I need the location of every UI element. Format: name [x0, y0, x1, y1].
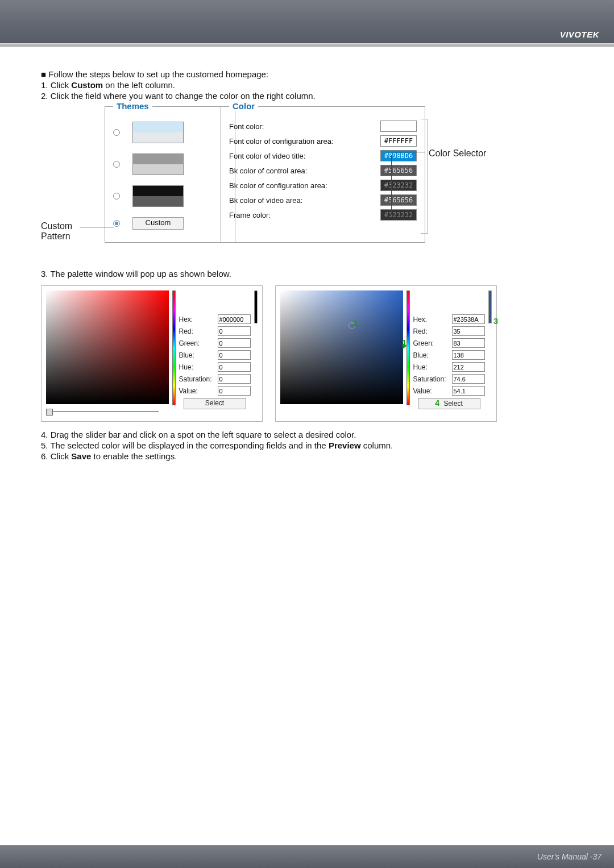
color-row-label: Bk color of control area:: [229, 167, 307, 175]
color-swatch-input[interactable]: [380, 121, 417, 132]
palette-b-blue[interactable]: [452, 350, 485, 360]
color-swatch-input[interactable]: #323232: [380, 209, 417, 221]
theme-radio-custom[interactable]: [113, 220, 120, 227]
config-figure: Custom Pattern Themes: [41, 106, 573, 254]
palette-a-select[interactable]: Select: [184, 398, 246, 409]
footer: User's Manual - 37: [0, 845, 614, 868]
palette-b-red[interactable]: [452, 326, 485, 336]
color-row-label: Font color of video title:: [229, 152, 305, 160]
theme-radio-2[interactable]: [113, 161, 120, 168]
palette-b-hue-field[interactable]: [452, 362, 485, 372]
theme-radio-1[interactable]: [113, 129, 120, 136]
color-swatch-input[interactable]: #565656: [380, 194, 417, 206]
step-4: 4. Drag the slider bar and click on a sp…: [41, 430, 573, 439]
color-row-label: Bk color of configuration area:: [229, 181, 327, 190]
step-5: 5. The selected color will be displayed …: [41, 441, 573, 450]
palette-b-hex[interactable]: [452, 314, 485, 324]
palette-a-blue[interactable]: [218, 350, 251, 360]
color-row-0: Font color:: [229, 121, 417, 132]
color-group: Color Font color:Font color of configura…: [221, 106, 425, 243]
step-3: 3. The palette window will pop up as sho…: [41, 269, 573, 279]
palette-a-sv[interactable]: [46, 290, 169, 404]
color-row-3: Bk color of control area:#565656: [229, 165, 417, 176]
color-row-2: Font color of video title:#098BD6: [229, 150, 417, 161]
ann-1: 1: [402, 338, 406, 347]
palette-a-hex[interactable]: [218, 314, 251, 324]
color-swatch-input[interactable]: #FFFFFF: [380, 135, 417, 147]
color-swatch-input[interactable]: #565656: [380, 165, 417, 176]
ann-2: 2: [353, 319, 358, 328]
palette-b-green[interactable]: [452, 338, 485, 348]
theme-swatch-2[interactable]: [132, 153, 184, 175]
palette-a-val[interactable]: [218, 386, 251, 396]
ann-4: 4: [435, 398, 439, 408]
palette-b-val[interactable]: [452, 386, 485, 396]
palette-b-preview: [488, 290, 492, 323]
color-row-label: Font color:: [229, 122, 264, 131]
ann-3: 3: [493, 317, 498, 326]
step-2: 2. Click the field where you want to cha…: [41, 91, 573, 101]
brand-label: VIVOTEK: [560, 30, 599, 39]
themes-group: Themes Custom: [105, 106, 235, 243]
palette-a-hue-field[interactable]: [218, 362, 251, 372]
color-swatch-input[interactable]: #323232: [380, 180, 417, 191]
step-6: 6. Click Save to enable the settings.: [41, 451, 573, 461]
palette-a: Hex: Red: Green: Blue: Hue: Saturation: …: [41, 285, 263, 422]
palette-b-select[interactable]: 4 Select: [418, 398, 480, 409]
palette-a-preview: [254, 290, 258, 323]
color-row-5: Bk color of video area:#565656: [229, 194, 417, 206]
palette-a-slider[interactable]: [46, 409, 53, 416]
theme-radio-3[interactable]: [113, 193, 120, 200]
palette-a-red[interactable]: [218, 326, 251, 336]
color-row-label: Frame color:: [229, 211, 271, 219]
callout-custom: Custom Pattern: [41, 221, 72, 241]
palette-b-sv[interactable]: 2: [280, 290, 403, 404]
palette-b-hue[interactable]: [406, 290, 410, 405]
color-legend: Color: [229, 101, 258, 111]
palette-a-sat[interactable]: [218, 374, 251, 384]
palette-a-green[interactable]: [218, 338, 251, 348]
palette-b: 2 1 Hex: Red: Green: Blue: Hue: Saturati…: [275, 285, 497, 422]
palette-b-sat[interactable]: [452, 374, 485, 384]
intro-line: ■ Follow the steps below to set up the c…: [41, 69, 573, 79]
color-row-label: Font color of configuration area:: [229, 137, 334, 146]
theme-swatch-1[interactable]: [132, 122, 184, 143]
selector-bracket: [421, 119, 428, 234]
themes-legend: Themes: [113, 101, 152, 111]
palette-a-hue[interactable]: [172, 290, 176, 405]
color-row-label: Bk color of video area:: [229, 196, 302, 205]
color-row-4: Bk color of configuration area:#323232: [229, 180, 417, 191]
callout-color-selector: Color Selector: [429, 148, 486, 159]
color-row-6: Frame color:#323232: [229, 209, 417, 221]
color-row-1: Font color of configuration area:#FFFFFF: [229, 135, 417, 147]
theme-swatch-3[interactable]: [132, 185, 184, 207]
custom-button[interactable]: Custom: [132, 217, 184, 230]
step-1: 1. Click Custom on the left column.: [41, 80, 573, 90]
